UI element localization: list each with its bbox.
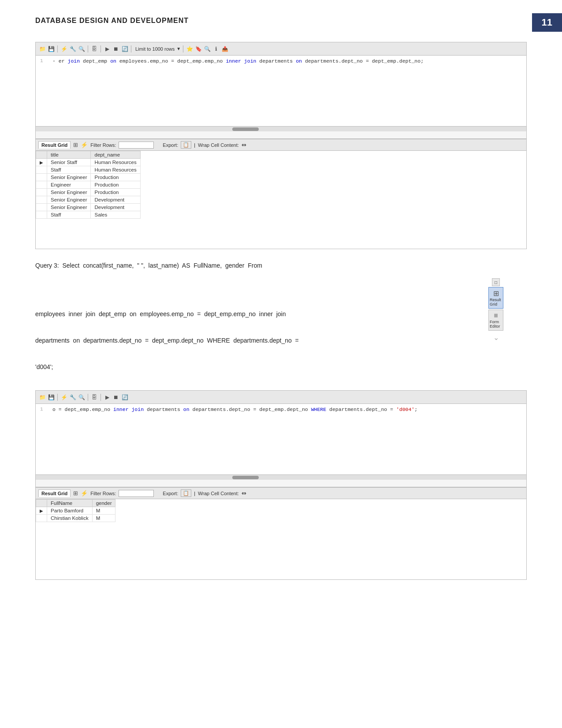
row-marker (36, 166, 47, 174)
sep2-1 (57, 394, 58, 401)
code-editor-1[interactable]: 1 • er join dept_emp on employees.emp_no… (36, 56, 526, 126)
cell-title: Senior Engineer (47, 174, 91, 181)
col-header-gender: gender (92, 500, 115, 507)
scrollbar-2[interactable] (36, 474, 526, 480)
result-panel-2: □ ⊞ Result Grid ≡ Form Editor ⌄ Result G… (35, 487, 527, 580)
query3-line2: employees inner join dept_emp on employe… (35, 309, 527, 320)
expand-icon-1[interactable]: □ (492, 278, 500, 286)
cell-dept: Development (91, 204, 140, 211)
export-label-2: Export: (163, 491, 178, 496)
stop-icon-2[interactable]: ⏹ (112, 393, 120, 401)
search-icon[interactable]: 🔍 (78, 45, 86, 53)
filter-input-1[interactable] (119, 142, 154, 149)
sep2-3 (100, 394, 101, 401)
code-content-1: • er join dept_emp on employees.emp_no =… (52, 58, 424, 64)
execute-icon-2[interactable]: ⚡ (60, 393, 68, 401)
execute-icon[interactable]: ⚡ (60, 45, 68, 53)
cell-dept: Production (91, 181, 140, 189)
row-marker (36, 211, 47, 219)
pipe-sep-1: | (194, 142, 195, 148)
col-header-marker-2 (36, 500, 47, 507)
table-row[interactable]: Chirstian Koblick M (36, 515, 115, 522)
cell-dept: Human Resources (91, 166, 140, 174)
search-icon-2[interactable]: 🔍 (78, 393, 86, 401)
row-marker (36, 189, 47, 196)
cell-dept: Production (91, 189, 140, 196)
table-row[interactable]: Staff Human Resources (36, 166, 141, 174)
table-row[interactable]: Senior Engineer Production (36, 174, 141, 181)
result-grid-label-1: Result Grid (490, 298, 502, 306)
grid-tab-icon-1[interactable]: ⊞ (73, 142, 78, 148)
result-grid-tab-2[interactable]: Result Grid (38, 489, 71, 497)
stop-icon[interactable]: ⏹ (112, 45, 120, 53)
grid-tab-icon-2[interactable]: ⊞ (73, 490, 78, 497)
scroll-thumb-2[interactable] (232, 476, 259, 479)
result-grid-tab-1[interactable]: Result Grid (38, 141, 71, 149)
limit-control: Limit to 1000 rows ▼ (135, 46, 181, 52)
star-icon[interactable]: ⭐ (186, 45, 194, 53)
dot-marker: • (52, 58, 56, 64)
grid-icon-1: ⊞ (493, 289, 499, 298)
table-row[interactable]: Engineer Production (36, 181, 141, 189)
refresh-icon-2[interactable]: 🔄 (121, 393, 129, 401)
query3-line4: 'd004'; (35, 362, 527, 373)
lightning-result-icon-1[interactable]: ⚡ (81, 142, 88, 148)
cell-gender-1: M (92, 507, 115, 515)
limit-label: Limit to 1000 rows (135, 46, 175, 52)
sep-2 (88, 45, 88, 52)
save-icon[interactable]: 💾 (47, 45, 55, 53)
query-toolbar-1: 📁 💾 ⚡ 🔧 🔍 🗄 ▶ ⏹ 🔄 Limit to 1000 rows ▼ ⭐… (36, 42, 526, 56)
row-marker (36, 181, 47, 189)
table-row[interactable]: ▶ Senior Staff Human Resources (36, 159, 141, 166)
cell-title: Staff (47, 166, 91, 174)
settings-icon[interactable]: 🔧 (69, 45, 77, 53)
play-icon-2[interactable]: ▶ (103, 393, 111, 401)
bookmark-icon[interactable]: 🔖 (194, 45, 202, 53)
cell-title: Senior Engineer (47, 196, 91, 204)
cell-dept: Production (91, 174, 140, 181)
row-marker: ▶ (36, 507, 47, 515)
zoom-icon[interactable]: 🔍 (203, 45, 211, 53)
col-header-marker-1 (36, 151, 47, 159)
database-icon-2[interactable]: 🗄 (90, 393, 98, 401)
scrollbar-1[interactable] (36, 126, 526, 131)
limit-dropdown-icon[interactable]: ▼ (176, 46, 181, 51)
cell-fullname-2: Chirstian Koblick (47, 515, 93, 522)
database-icon[interactable]: 🗄 (90, 45, 98, 53)
info-icon[interactable]: ℹ (212, 45, 220, 53)
result-grid-btn-1[interactable]: ⊞ Result Grid (488, 287, 503, 309)
export2-icon[interactable]: 📤 (221, 45, 229, 53)
open-file-icon[interactable]: 📁 (38, 45, 46, 53)
wrap-icon-1[interactable]: ⇔ (242, 142, 246, 148)
data-grid-1[interactable]: title dept_name ▶ Senior Staff Human Res… (36, 151, 526, 249)
play-icon[interactable]: ▶ (103, 45, 111, 53)
refresh-icon[interactable]: 🔄 (121, 45, 129, 53)
page-number: 11 (532, 13, 562, 32)
code-editor-2[interactable]: 1 o = dept_emp.emp_no inner join departm… (36, 404, 526, 474)
row-marker (36, 174, 47, 181)
cell-gender-2: M (92, 515, 115, 522)
data-grid-2[interactable]: FullName gender ▶ Parto Bamford M Chirst… (36, 499, 526, 579)
wrap-icon-2[interactable]: ⇔ (242, 490, 246, 497)
row-marker (36, 196, 47, 204)
table-row[interactable]: ▶ Parto Bamford M (36, 507, 115, 515)
query3-line3: departments on departments.dept_no = dep… (35, 335, 527, 346)
export-button-1[interactable]: 📋 (181, 141, 191, 149)
col-header-title: title (47, 151, 91, 159)
table-row[interactable]: Senior Engineer Development (36, 196, 141, 204)
lightning-result-icon-2[interactable]: ⚡ (81, 490, 88, 497)
open-file-icon-2[interactable]: 📁 (38, 393, 46, 401)
query-panel-1: 📁 💾 ⚡ 🔧 🔍 🗄 ▶ ⏹ 🔄 Limit to 1000 rows ▼ ⭐… (35, 42, 527, 139)
scroll-thumb-1[interactable] (232, 127, 259, 131)
table-row[interactable]: Senior Engineer Development (36, 204, 141, 211)
table-row[interactable]: Senior Engineer Production (36, 189, 141, 196)
export-button-2[interactable]: 📋 (181, 489, 191, 497)
filter-input-2[interactable] (119, 490, 154, 497)
col-header-dept: dept_name (91, 151, 140, 159)
save-icon-2[interactable]: 💾 (47, 393, 55, 401)
sep-3 (100, 45, 101, 52)
row-marker (36, 515, 47, 522)
query3-label: Query 3: Select concat(first_name, " ", … (35, 262, 262, 269)
settings-icon-2[interactable]: 🔧 (69, 393, 77, 401)
table-row[interactable]: Staff Sales (36, 211, 141, 219)
